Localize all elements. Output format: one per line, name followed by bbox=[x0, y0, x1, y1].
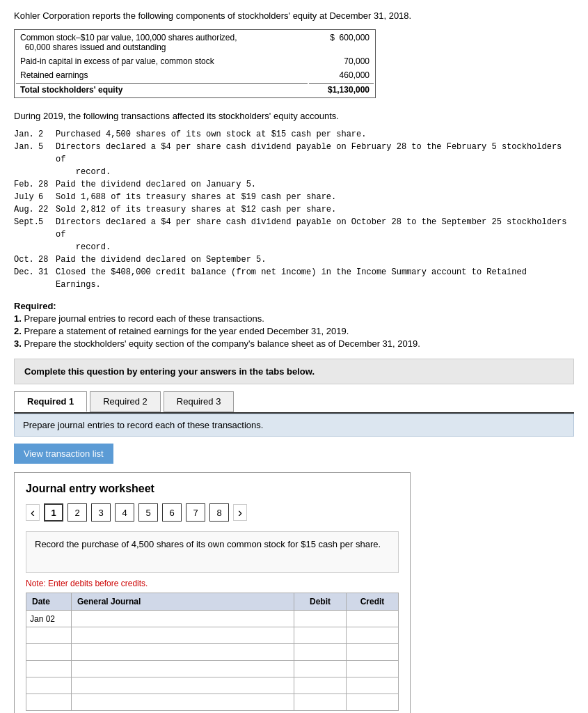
required-heading: Required: bbox=[14, 301, 56, 311]
tab-required-3[interactable]: Required 3 bbox=[164, 391, 235, 412]
equity-row-2-amount: 70,000 bbox=[309, 55, 374, 68]
debit-input-6[interactable] bbox=[298, 698, 342, 707]
debit-input-1[interactable] bbox=[298, 614, 342, 624]
table-row bbox=[26, 694, 399, 711]
table-row: Jan 02 bbox=[26, 611, 399, 627]
gj-input-2[interactable] bbox=[75, 631, 290, 641]
credit-cell-4[interactable] bbox=[347, 661, 399, 677]
header-debit: Debit bbox=[294, 593, 347, 611]
page-6[interactable]: 6 bbox=[162, 503, 182, 522]
credit-input-2[interactable] bbox=[350, 631, 395, 641]
equity-table: Common stock–$10 par value, 100,000 shar… bbox=[14, 29, 376, 98]
prepare-text: Prepare journal entries to record each o… bbox=[14, 414, 574, 437]
credit-cell-6[interactable] bbox=[347, 694, 399, 711]
gj-cell-6[interactable] bbox=[72, 694, 294, 711]
transactions-intro: During 2019, the following transactions … bbox=[14, 111, 574, 121]
next-page-button[interactable]: › bbox=[233, 504, 247, 521]
debit-cell-2[interactable] bbox=[294, 627, 347, 644]
page-3[interactable]: 3 bbox=[91, 503, 111, 522]
gj-cell-3[interactable] bbox=[72, 644, 294, 661]
credit-input-5[interactable] bbox=[350, 681, 395, 691]
gj-cell-4[interactable] bbox=[72, 661, 294, 677]
date-cell-6 bbox=[26, 694, 72, 711]
gj-cell-1[interactable] bbox=[72, 611, 294, 627]
prev-page-button[interactable]: ‹ bbox=[26, 504, 40, 521]
table-row bbox=[26, 644, 399, 661]
tabs-container: Required 1 Required 2 Required 3 bbox=[14, 391, 574, 414]
credit-input-3[interactable] bbox=[350, 648, 395, 657]
equity-row-3-amount: 460,000 bbox=[309, 69, 374, 81]
debit-cell-6[interactable] bbox=[294, 694, 347, 711]
page-2[interactable]: 2 bbox=[67, 503, 87, 522]
worksheet-note: Note: Enter debits before credits. bbox=[26, 579, 399, 588]
debit-cell-1[interactable] bbox=[294, 611, 347, 627]
required-item-1: 1. Prepare journal entries to record eac… bbox=[14, 313, 574, 324]
gj-cell-2[interactable] bbox=[72, 627, 294, 644]
credit-cell-5[interactable] bbox=[347, 677, 399, 694]
equity-row-1-amount: $ 600,000 bbox=[309, 31, 374, 54]
date-cell-3 bbox=[26, 644, 72, 661]
debit-input-5[interactable] bbox=[298, 681, 342, 691]
tab-required-2[interactable]: Required 2 bbox=[90, 391, 161, 412]
debit-input-3[interactable] bbox=[298, 648, 342, 657]
gj-input-4[interactable] bbox=[75, 664, 290, 674]
equity-row-1-label: Common stock–$10 par value, 100,000 shar… bbox=[16, 31, 308, 54]
worksheet-title: Journal entry worksheet bbox=[26, 483, 399, 495]
gj-input-1[interactable] bbox=[75, 614, 290, 624]
required-item-2: 2. Prepare a statement of retained earni… bbox=[14, 326, 574, 336]
page-4[interactable]: 4 bbox=[115, 503, 134, 522]
debit-cell-4[interactable] bbox=[294, 661, 347, 677]
debit-cell-3[interactable] bbox=[294, 644, 347, 661]
table-row bbox=[26, 627, 399, 644]
equity-row-3-label: Retained earnings bbox=[16, 69, 308, 81]
required-section: Required: 1. Prepare journal entries to … bbox=[14, 301, 574, 349]
credit-cell-2[interactable] bbox=[347, 627, 399, 644]
header-general-journal: General Journal bbox=[72, 593, 294, 611]
table-row bbox=[26, 677, 399, 694]
header-credit: Credit bbox=[347, 593, 399, 611]
date-cell-1: Jan 02 bbox=[26, 611, 72, 627]
debit-input-2[interactable] bbox=[298, 631, 342, 641]
page-1[interactable]: 1 bbox=[44, 503, 63, 522]
intro-text: Kohler Corporation reports the following… bbox=[14, 10, 574, 21]
pagination: ‹ 1 2 3 4 5 6 7 8 › bbox=[26, 503, 399, 522]
credit-cell-3[interactable] bbox=[347, 644, 399, 661]
header-date: Date bbox=[26, 593, 72, 611]
tab-required-1[interactable]: Required 1 bbox=[14, 391, 87, 412]
worksheet-box: Journal entry worksheet ‹ 1 2 3 4 5 6 7 … bbox=[14, 472, 411, 713]
required-item-3: 3. Prepare the stockholders' equity sect… bbox=[14, 338, 574, 349]
debit-input-4[interactable] bbox=[298, 664, 342, 674]
credit-input-6[interactable] bbox=[350, 698, 395, 707]
credit-cell-1[interactable] bbox=[347, 611, 399, 627]
page-8[interactable]: 8 bbox=[209, 503, 229, 522]
gj-cell-5[interactable] bbox=[72, 677, 294, 694]
equity-row-2-label: Paid-in capital in excess of par value, … bbox=[16, 55, 308, 68]
credit-input-4[interactable] bbox=[350, 664, 395, 674]
gj-input-3[interactable] bbox=[75, 648, 290, 657]
journal-table: Date General Journal Debit Credit Jan 02 bbox=[26, 593, 399, 711]
debit-cell-5[interactable] bbox=[294, 677, 347, 694]
credit-input-1[interactable] bbox=[350, 614, 395, 624]
equity-total-label: Total stockholders' equity bbox=[16, 83, 308, 96]
gj-input-6[interactable] bbox=[75, 698, 290, 707]
date-cell-5 bbox=[26, 677, 72, 694]
gj-input-5[interactable] bbox=[75, 681, 290, 691]
worksheet-description: Record the purchase of 4,500 shares of i… bbox=[26, 531, 399, 573]
complete-box: Complete this question by entering your … bbox=[14, 359, 574, 384]
transactions-list: Jan.2Purchased 4,500 shares of its own s… bbox=[14, 128, 574, 291]
view-transaction-list-button[interactable]: View transaction list bbox=[14, 444, 113, 464]
table-row bbox=[26, 661, 399, 677]
equity-total-amount: $1,130,000 bbox=[309, 83, 374, 96]
page-7[interactable]: 7 bbox=[186, 503, 205, 522]
date-cell-2 bbox=[26, 627, 72, 644]
page-5[interactable]: 5 bbox=[138, 503, 158, 522]
date-cell-4 bbox=[26, 661, 72, 677]
